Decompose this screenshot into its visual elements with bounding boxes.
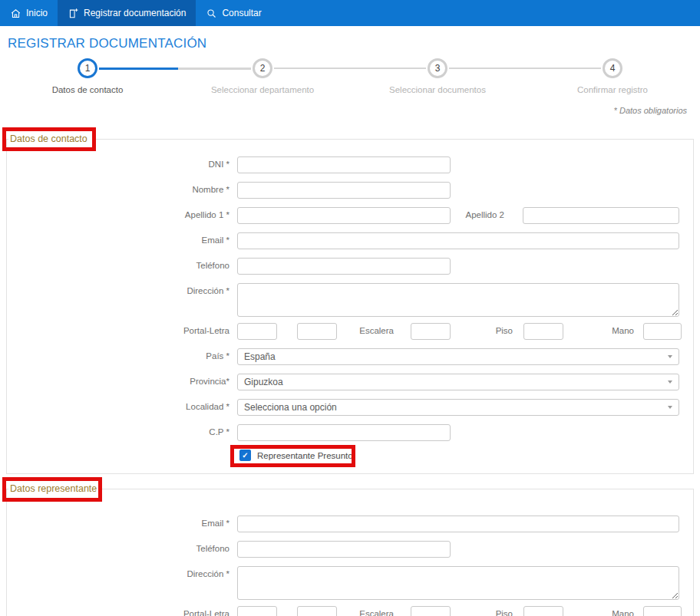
direccion-label: Dirección * <box>21 283 229 295</box>
step-label-1: Datos de contacto <box>52 85 124 95</box>
nav-item-inicio[interactable]: Inicio <box>0 0 58 26</box>
register-document-icon <box>68 8 79 19</box>
step-label-2: Seleccionar departamento <box>211 85 314 95</box>
stepper-step-2[interactable]: 2 Seleccionar departamento <box>175 58 350 95</box>
home-icon <box>10 8 21 19</box>
apellido1-label: Apellido 1 * <box>21 207 229 219</box>
step-circle-4: 4 <box>603 58 622 78</box>
portal-letra-input-2[interactable] <box>297 323 337 340</box>
nav-item-registrar-documentacion[interactable]: Registrar documentación <box>58 0 196 26</box>
chevron-down-icon <box>668 406 672 409</box>
section-title-representante: Datos representante <box>8 483 101 495</box>
provincia-select[interactable]: Gipuzkoa <box>237 374 679 390</box>
localidad-select-value: Selecciona una opción <box>244 402 337 413</box>
nombre-input[interactable] <box>237 182 451 199</box>
email-input[interactable] <box>237 232 679 249</box>
stepper: 1 Datos de contacto 2 Seleccionar depart… <box>0 58 700 95</box>
rep-telefono-input[interactable] <box>237 541 451 558</box>
step-label-4: Confirmar registro <box>577 85 648 95</box>
pais-select[interactable]: España <box>237 348 679 365</box>
stepper-step-1[interactable]: 1 Datos de contacto <box>0 58 175 95</box>
stepper-step-3[interactable]: 3 Seleccionar documentos <box>350 58 525 95</box>
representante-presunto-checkbox[interactable]: ✓ <box>239 450 251 461</box>
rep-escalera-label: Escalera <box>337 606 411 616</box>
piso-input[interactable] <box>523 323 563 340</box>
step-circle-3: 3 <box>428 58 447 78</box>
telefono-input[interactable] <box>237 258 451 275</box>
check-icon: ✓ <box>242 452 248 460</box>
rep-mano-input[interactable] <box>643 606 682 616</box>
stepper-step-4[interactable]: 4 Confirmar registro <box>525 58 700 95</box>
rep-direccion-label: Dirección * <box>21 566 229 578</box>
rep-portal-letra-label: Portal-Letra <box>21 606 229 616</box>
localidad-label: Localidad * <box>21 399 229 411</box>
chevron-down-icon <box>668 355 672 358</box>
direccion-textarea[interactable] <box>237 283 679 317</box>
section-title-contact: Datos de contacto <box>8 133 92 145</box>
rep-portal-letra-input-1[interactable] <box>237 606 277 616</box>
provincia-select-value: Gipuzkoa <box>244 377 283 387</box>
search-icon <box>206 8 217 19</box>
rep-email-input[interactable] <box>237 516 679 532</box>
pais-select-value: España <box>244 351 276 362</box>
rep-direccion-textarea[interactable] <box>237 566 679 600</box>
contact-section: Datos de contacto DNI * Nombre * Apellid… <box>6 139 694 474</box>
page-title: REGISTRAR DOCUMENTACIÓN <box>8 36 700 51</box>
pais-label: País * <box>21 348 229 361</box>
localidad-select[interactable]: Selecciona una opción <box>237 399 679 416</box>
email-label: Email * <box>21 232 229 245</box>
apellido1-input[interactable] <box>237 207 451 224</box>
mano-label: Mano <box>563 323 643 335</box>
chevron-down-icon <box>668 380 672 384</box>
nav-item-label: Consultar <box>222 8 261 18</box>
representative-section: Datos representante Email * Teléfono Dir… <box>6 489 694 616</box>
rep-piso-input[interactable] <box>523 606 563 616</box>
provincia-label: Provincia* <box>21 374 229 386</box>
portal-letra-input-1[interactable] <box>237 323 277 340</box>
representante-presunto-label: Representante Presunto <box>257 451 353 460</box>
apellido2-input[interactable] <box>523 207 679 224</box>
cp-input[interactable] <box>237 424 451 441</box>
dni-input[interactable] <box>237 156 451 173</box>
top-navbar: Inicio Registrar documentación Consultar <box>0 0 700 26</box>
rep-email-label: Email * <box>21 516 229 528</box>
nav-item-consultar[interactable]: Consultar <box>196 0 271 26</box>
escalera-input[interactable] <box>411 323 451 340</box>
dni-label: DNI * <box>21 156 229 169</box>
mano-input[interactable] <box>643 323 682 340</box>
nombre-label: Nombre * <box>21 182 229 194</box>
rep-piso-label: Piso <box>451 606 523 616</box>
rep-escalera-input[interactable] <box>411 606 451 616</box>
rep-portal-letra-input-2[interactable] <box>297 606 337 616</box>
escalera-label: Escalera <box>337 323 411 335</box>
piso-label: Piso <box>451 323 523 335</box>
apellido2-label: Apellido 2 <box>451 207 523 219</box>
step-circle-1: 1 <box>78 58 97 78</box>
step-circle-2: 2 <box>253 58 272 78</box>
required-note: * Datos obligatorios <box>0 106 687 116</box>
nav-item-label: Registrar documentación <box>84 8 186 18</box>
step-label-3: Seleccionar documentos <box>389 85 486 95</box>
rep-telefono-label: Teléfono <box>21 541 229 553</box>
cp-label: C.P * <box>21 424 229 436</box>
telefono-label: Teléfono <box>21 258 229 270</box>
rep-mano-label: Mano <box>563 606 643 616</box>
nav-item-label: Inicio <box>26 8 48 18</box>
portal-letra-label: Portal-Letra <box>21 323 229 335</box>
